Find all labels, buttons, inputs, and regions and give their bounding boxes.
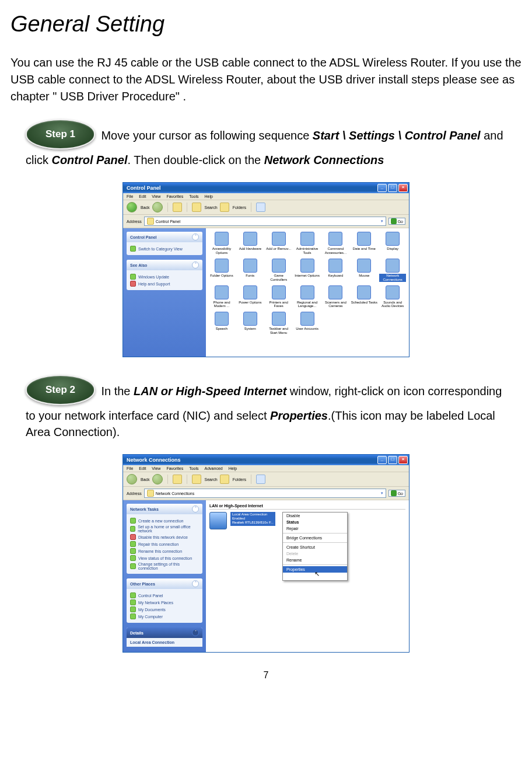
go-button[interactable]: Go: [388, 218, 405, 225]
back-button-icon[interactable]: [127, 202, 137, 212]
nc-forward-icon[interactable]: [152, 474, 163, 484]
menu-favorites[interactable]: Favorites: [166, 194, 183, 198]
views-icon[interactable]: [256, 203, 265, 212]
search-icon[interactable]: [192, 203, 201, 212]
address-field[interactable]: Control Panel ▾: [144, 217, 386, 226]
nc-address-dropdown-icon[interactable]: ▾: [381, 491, 383, 496]
nc-task-link[interactable]: View status of this connection: [130, 555, 199, 561]
cp-icon-scanners-and-cameras[interactable]: Scanners and Cameras: [322, 285, 349, 309]
nc-search-icon[interactable]: [192, 475, 201, 484]
nc-views-icon[interactable]: [256, 475, 265, 484]
nc-menu-tools[interactable]: Tools: [189, 466, 198, 470]
nc-go-button[interactable]: Go: [388, 490, 405, 497]
back-label[interactable]: Back: [141, 205, 150, 210]
cp-icon-system[interactable]: System: [237, 312, 264, 335]
address-dropdown-icon[interactable]: ▾: [381, 219, 383, 224]
nc-back-icon[interactable]: [127, 474, 137, 484]
nc-menu-advanced[interactable]: Advanced: [205, 466, 223, 470]
nc-menu-favorites[interactable]: Favorites: [166, 466, 183, 470]
nc-search-label[interactable]: Search: [205, 477, 218, 482]
cp-icon-folder-options[interactable]: Folder Options: [208, 259, 235, 282]
cp-icon-user-accounts[interactable]: User Accounts: [294, 312, 321, 335]
cp-icon-power-options[interactable]: Power Options: [237, 285, 264, 309]
ctx-rename[interactable]: Rename: [283, 557, 347, 563]
cp-icon-accessibility-options[interactable]: Accessibility Options: [208, 232, 235, 255]
cp-icon-mouse[interactable]: Mouse: [351, 259, 377, 282]
cp-icon-fonts[interactable]: Fonts: [237, 259, 264, 282]
nc-up-icon[interactable]: [173, 475, 182, 484]
cp-icon-phone-and-modem-[interactable]: Phone and Modem ...: [208, 285, 235, 309]
cp-icon-display[interactable]: Display: [379, 232, 406, 255]
collapse-icon-2[interactable]: ˄: [192, 262, 199, 269]
up-icon[interactable]: [173, 203, 182, 212]
nc-expand-icon[interactable]: ˅: [192, 629, 199, 636]
nc-task-link[interactable]: Create a new connection: [130, 518, 199, 524]
nc-other-link[interactable]: Control Panel: [130, 592, 199, 598]
cp-icon-printers-and-faxes[interactable]: Printers and Faxes: [265, 285, 292, 309]
cp-icon-sounds-and-audio-devices[interactable]: Sounds and Audio Devices: [379, 285, 406, 309]
nc-task-label: Create a new connection: [138, 519, 183, 523]
nc-address-field[interactable]: Network Connections ▾: [144, 489, 386, 498]
search-label[interactable]: Search: [205, 205, 218, 210]
menu-file[interactable]: File: [127, 194, 133, 198]
folders-label[interactable]: Folders: [233, 205, 246, 210]
nc-collapse-icon[interactable]: ˄: [192, 505, 199, 512]
nc-task-icon: [130, 526, 135, 532]
collapse-icon[interactable]: ˄: [192, 233, 199, 240]
forward-button-icon[interactable]: [152, 202, 163, 212]
menu-help[interactable]: Help: [205, 194, 213, 198]
help-support-link[interactable]: Help and Support: [130, 281, 199, 287]
cp-item-label: Internet Options: [295, 274, 320, 278]
cp-item-icon: [300, 232, 314, 246]
maximize-button[interactable]: □: [388, 184, 397, 192]
nc-other-link[interactable]: My Computer: [130, 613, 199, 619]
minimize-button[interactable]: _: [377, 184, 387, 192]
nc-menu-edit[interactable]: Edit: [139, 466, 146, 470]
menu-tools[interactable]: Tools: [189, 194, 198, 198]
nc-close-button[interactable]: ×: [398, 456, 408, 464]
ctx-disable[interactable]: Disable: [283, 512, 347, 519]
nc-other-link[interactable]: My Network Places: [130, 599, 199, 605]
nc-folders-label[interactable]: Folders: [233, 477, 246, 482]
cp-icon-command-accessories-[interactable]: Command Accessories...: [322, 232, 349, 255]
cp-icon-internet-options[interactable]: Internet Options: [294, 259, 321, 282]
nc-menu-file[interactable]: File: [127, 466, 133, 470]
cp-icon-add-or-remov-[interactable]: Add or Remov...: [265, 232, 292, 255]
cp-icon-taskbar-and-start-menu[interactable]: Taskbar and Start Menu: [265, 312, 292, 335]
nc-task-link[interactable]: Repair this connection: [130, 541, 199, 547]
nc-task-link[interactable]: Rename this connection: [130, 548, 199, 554]
switch-category-link[interactable]: Switch to Category View: [130, 246, 199, 252]
folders-icon[interactable]: [220, 203, 229, 212]
cp-icon-regional-and-language-[interactable]: Regional and Language...: [294, 285, 321, 309]
menu-view[interactable]: View: [152, 194, 160, 198]
hs-icon: [130, 281, 136, 287]
nc-minimize-button[interactable]: _: [377, 456, 387, 464]
nc-maximize-button[interactable]: □: [388, 456, 397, 464]
local-area-connection[interactable]: Local Area Connection Enabled Realtek RT…: [209, 512, 405, 581]
menu-edit[interactable]: Edit: [139, 194, 146, 198]
cp-icon-speech[interactable]: Speech: [208, 312, 235, 335]
cp-icon-add-hardware[interactable]: Add Hardware: [237, 232, 264, 255]
cp-icon-keyboard[interactable]: Keyboard: [322, 259, 349, 282]
cp-icon-game-controllers[interactable]: Game Controllers: [265, 259, 292, 282]
nc-menu-view[interactable]: View: [152, 466, 160, 470]
nc-task-link[interactable]: Change settings of this connection: [130, 562, 199, 570]
ctx-shortcut[interactable]: Create Shortcut: [283, 544, 347, 550]
cp-icon-scheduled-tasks[interactable]: Scheduled Tasks: [351, 285, 377, 309]
nc-other-link[interactable]: My Documents: [130, 606, 199, 612]
nc-menu-help[interactable]: Help: [229, 466, 237, 470]
ctx-repair[interactable]: Repair: [283, 525, 347, 532]
cp-icon-administrative-tools[interactable]: Administrative Tools: [294, 232, 321, 255]
nc-back-label[interactable]: Back: [141, 477, 150, 482]
nc-task-link[interactable]: Disable this network device: [130, 534, 199, 540]
cp-icon-network-connections[interactable]: Network Connections: [379, 259, 406, 282]
windows-update-link[interactable]: Windows Update: [130, 274, 199, 280]
cp-icon-date-and-time[interactable]: Date and Time: [351, 232, 377, 255]
nc-task-link[interactable]: Set up a home or small office network: [130, 525, 199, 533]
cp-item-icon: [215, 232, 229, 246]
nc-folders-icon[interactable]: [220, 475, 229, 484]
ctx-bridge[interactable]: Bridge Connections: [283, 535, 347, 541]
ctx-status[interactable]: Status: [283, 519, 347, 525]
close-button[interactable]: ×: [398, 184, 408, 192]
nc-collapse-icon-2[interactable]: ˄: [192, 580, 199, 587]
